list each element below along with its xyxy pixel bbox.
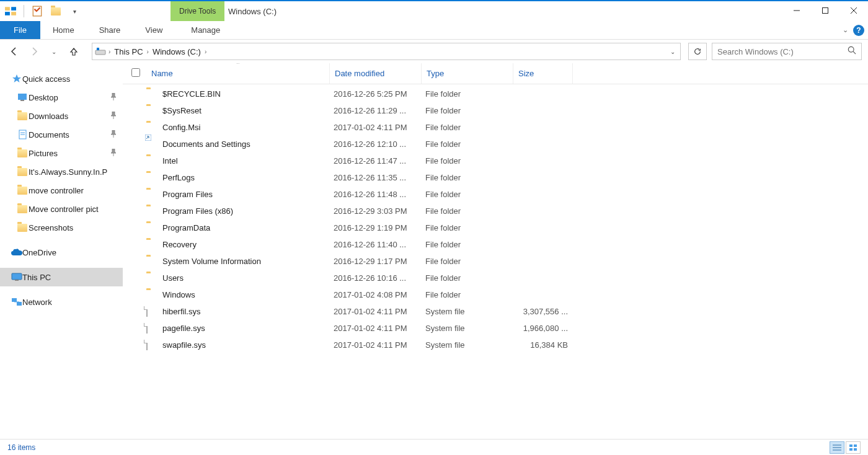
address-dropdown-icon[interactable]: ⌄ (666, 48, 679, 55)
ribbon-expand-icon[interactable]: ⌄ (843, 26, 848, 34)
column-header-size[interactable]: Size (513, 63, 573, 84)
file-row[interactable]: swapfile.sys2017-01-02 4:11 PMSystem fil… (123, 337, 868, 353)
column-header-type[interactable]: Type (422, 63, 513, 84)
sidebar-item-label: Pictures (29, 149, 58, 158)
folder-icon (17, 223, 27, 232)
sidebar-item[interactable]: Move controller pict (0, 200, 123, 218)
tab-home[interactable]: Home (40, 21, 87, 39)
recent-dropdown-icon[interactable]: ⌄ (46, 43, 62, 60)
sidebar-this-pc[interactable]: This PC (0, 268, 123, 286)
folder-icon (17, 185, 27, 195)
chevron-right-icon[interactable]: › (146, 48, 150, 55)
breadcrumb-this-pc[interactable]: This PC (112, 47, 145, 56)
svg-rect-10 (97, 48, 99, 50)
file-row[interactable]: Program Files (x86)2016-12-29 3:03 PMFil… (123, 203, 868, 219)
quick-access-toolbar: ▾ (0, 1, 85, 21)
file-row[interactable]: System Volume Information2016-12-29 1:17… (123, 253, 868, 270)
sidebar-quick-access[interactable]: Quick access (0, 69, 123, 88)
sidebar-item[interactable]: Documents (0, 125, 123, 144)
file-row[interactable]: Documents and Settings2016-12-26 12:10 .… (123, 136, 868, 152)
file-type: File folder (422, 123, 513, 132)
file-type: System file (422, 324, 513, 333)
cloud-icon (11, 247, 22, 257)
pin-icon (110, 149, 117, 157)
file-tab[interactable]: File (0, 21, 40, 39)
column-header-name[interactable]: Name⌃ (146, 63, 330, 84)
file-type: File folder (422, 206, 513, 216)
file-row[interactable]: PerfLogs2016-12-26 11:35 ...File folder (123, 169, 868, 186)
file-date: 2016-12-26 11:40 ... (330, 240, 422, 249)
sidebar-item-label: It's.Always.Sunny.In.P (29, 167, 107, 177)
pc-icon (11, 272, 22, 282)
sidebar-item[interactable]: It's.Always.Sunny.In.P (0, 162, 123, 181)
breadcrumb-drive[interactable]: Windows (C:) (150, 47, 203, 56)
sidebar-item[interactable]: Desktop (0, 88, 123, 107)
up-button[interactable] (66, 43, 82, 60)
file-name: ProgramData (162, 223, 210, 232)
svg-rect-27 (849, 444, 852, 447)
sidebar-item-label: Documents (29, 130, 69, 139)
file-row[interactable]: $RECYCLE.BIN2016-12-26 5:25 PMFile folde… (123, 86, 868, 102)
file-date: 2016-12-26 11:29 ... (330, 106, 422, 115)
help-icon[interactable]: ? (853, 25, 864, 36)
back-button[interactable] (6, 43, 22, 60)
file-row[interactable]: Users2016-12-26 10:16 ...File folder (123, 270, 868, 286)
item-count: 16 items (7, 443, 35, 452)
address-bar[interactable]: › This PC › Windows (C:) › ⌄ (92, 43, 681, 60)
tab-manage[interactable]: Manage (179, 21, 232, 39)
maximize-button[interactable] (811, 1, 839, 20)
file-name: System Volume Information (162, 257, 261, 266)
file-row[interactable]: Windows2017-01-02 4:08 PMFile folder (123, 286, 868, 303)
svg-rect-13 (18, 94, 27, 100)
sidebar-onedrive[interactable]: OneDrive (0, 243, 123, 262)
sidebar-item-label: Quick access (22, 74, 70, 84)
column-header-date[interactable]: Date modified (330, 63, 422, 84)
network-icon (11, 297, 22, 307)
file-size: 16,384 KB (513, 340, 573, 350)
sidebar-item[interactable]: move controller (0, 181, 123, 200)
tab-share[interactable]: Share (87, 21, 133, 39)
refresh-button[interactable] (688, 43, 707, 60)
svg-point-11 (848, 46, 854, 52)
file-row[interactable]: ProgramData2016-12-29 1:19 PMFile folder (123, 219, 868, 236)
select-all-checkbox[interactable] (131, 68, 146, 79)
chevron-right-icon[interactable]: › (107, 48, 112, 55)
properties-icon[interactable] (32, 6, 43, 17)
pin-icon (110, 93, 117, 102)
file-type: File folder (422, 223, 513, 232)
new-folder-icon[interactable] (50, 6, 61, 17)
search-box[interactable] (712, 43, 862, 60)
close-button[interactable] (839, 1, 868, 20)
file-row[interactable]: pagefile.sys2017-01-02 4:11 PMSystem fil… (123, 320, 868, 337)
thumbnails-view-button[interactable] (846, 441, 861, 454)
chevron-right-icon[interactable]: › (203, 48, 208, 55)
forward-button[interactable] (26, 43, 42, 60)
file-icon (146, 306, 148, 317)
explorer-icon (5, 6, 16, 17)
qat-customize-icon[interactable]: ▾ (69, 6, 80, 17)
svg-rect-0 (5, 7, 10, 11)
file-name: swapfile.sys (162, 340, 206, 350)
search-input[interactable] (717, 47, 848, 56)
file-row[interactable]: Recovery2016-12-26 11:40 ...File folder (123, 236, 868, 253)
svg-rect-9 (95, 50, 105, 55)
file-row[interactable]: hiberfil.sys2017-01-02 4:11 PMSystem fil… (123, 303, 868, 320)
file-date: 2016-12-26 11:48 ... (330, 190, 422, 199)
file-row[interactable]: Intel2016-12-26 11:47 ...File folder (123, 152, 868, 169)
titlebar: ▾ Drive Tools Windows (C:) (0, 1, 868, 21)
folder-icon (17, 204, 27, 214)
sidebar-item[interactable]: Downloads (0, 107, 123, 125)
details-view-button[interactable] (830, 441, 844, 454)
file-row[interactable]: Config.Msi2017-01-02 4:11 PMFile folder (123, 119, 868, 136)
search-icon[interactable] (848, 46, 856, 57)
file-row[interactable]: Program Files2016-12-26 11:48 ...File fo… (123, 186, 868, 203)
tab-view[interactable]: View (133, 21, 175, 39)
sidebar-network[interactable]: Network (0, 293, 123, 311)
sidebar-item[interactable]: Screenshots (0, 218, 123, 237)
pin-icon (110, 130, 117, 139)
minimize-button[interactable] (782, 1, 811, 20)
svg-rect-23 (145, 135, 151, 141)
file-row[interactable]: $SysReset2016-12-26 11:29 ...File folder (123, 102, 868, 119)
sidebar-item[interactable]: Pictures (0, 144, 123, 162)
file-type: File folder (422, 106, 513, 115)
